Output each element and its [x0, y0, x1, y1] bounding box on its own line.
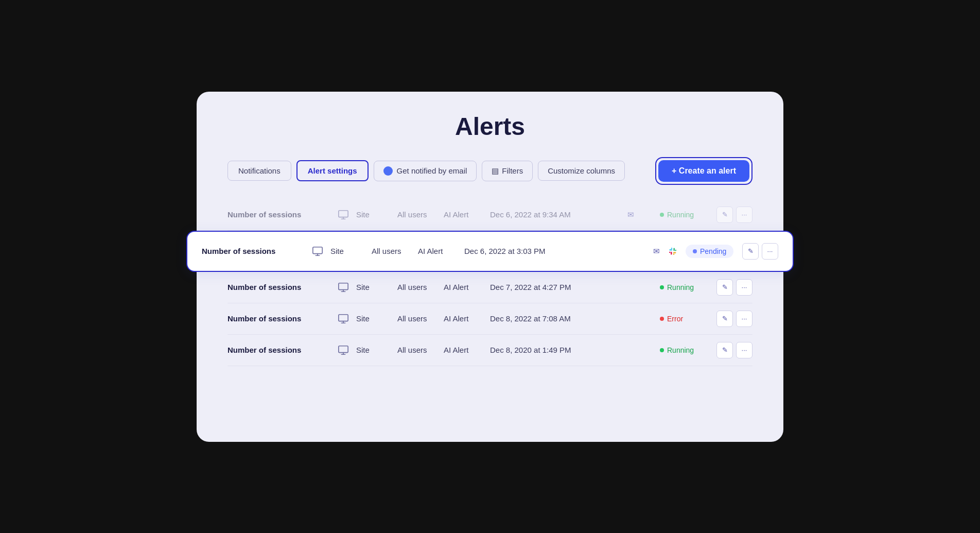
edit-button[interactable]: ✎ [716, 342, 733, 358]
status-label: Running [667, 283, 694, 291]
alert-name: Number of sessions [202, 247, 305, 255]
table-row: Number of sessions Site All users AI Ale… [227, 303, 752, 335]
svg-rect-3 [313, 247, 322, 253]
row-actions: ✎ ··· [716, 311, 752, 327]
toolbar: Notifications Alert settings Get notifie… [227, 157, 752, 185]
status-label: Running [667, 346, 694, 354]
tab-alert-settings[interactable]: Alert settings [296, 160, 369, 181]
alert-site: Site [356, 210, 397, 219]
status-container: Running [660, 283, 716, 291]
notification-icons: ✉ [624, 208, 660, 221]
page-title: Alerts [227, 112, 752, 141]
status-container: Pending [686, 245, 742, 258]
alert-date: Dec 6, 2022 at 9:34 AM [490, 210, 624, 219]
status-badge: Pending [686, 245, 733, 258]
status-label: Error [667, 315, 683, 323]
status-dot [660, 317, 664, 321]
status-container: Running [660, 346, 716, 354]
customize-columns-button[interactable]: Customize columns [538, 161, 625, 181]
row-actions: ✎ ··· [742, 243, 778, 260]
table-row: Number of sessions Site All users AI Ale… [227, 272, 752, 303]
alerts-table: Number of sessions Site All users AI Ale… [227, 199, 752, 366]
svg-rect-13 [339, 346, 348, 352]
alert-site: Site [330, 247, 372, 255]
alert-users: All users [397, 314, 444, 323]
edit-button[interactable]: ✎ [716, 207, 733, 223]
alert-date: Dec 8, 2022 at 7:08 AM [490, 314, 624, 323]
alert-name: Number of sessions [227, 346, 330, 354]
main-card: Alerts Notifications Alert settings Get … [197, 92, 783, 442]
monitor-icon [330, 345, 356, 356]
monitor-icon [330, 209, 356, 220]
svg-rect-0 [339, 210, 348, 217]
more-button[interactable]: ··· [762, 243, 778, 260]
alert-type: AI Alert [444, 346, 490, 354]
edit-button[interactable]: ✎ [742, 243, 759, 260]
slack-icon [666, 245, 679, 258]
alert-name: Number of sessions [227, 210, 330, 219]
email-toggle-label: Get notified by email [397, 166, 467, 175]
monitor-icon [330, 313, 356, 324]
status-container: Error [660, 315, 716, 323]
table-row: Number of sessions Site All users AI Ale… [227, 199, 752, 231]
table-row: Number of sessions Site All users AI Ale… [186, 231, 794, 272]
toggle-dot [383, 166, 393, 176]
create-alert-label: + Create an alert [672, 166, 736, 176]
edit-button[interactable]: ✎ [716, 279, 733, 296]
customize-label: Customize columns [548, 166, 615, 175]
alert-date: Dec 8, 2020 at 1:49 PM [490, 346, 624, 354]
tab-notifications[interactable]: Notifications [227, 161, 291, 181]
alert-type: AI Alert [444, 314, 490, 323]
more-button[interactable]: ··· [736, 342, 752, 358]
filter-icon: ▤ [492, 166, 499, 176]
alert-date: Dec 7, 2022 at 4:27 PM [490, 283, 624, 291]
row-actions: ✎ ··· [716, 207, 752, 223]
status-dot [660, 213, 664, 217]
status-dot [693, 249, 697, 253]
alert-site: Site [356, 283, 397, 291]
create-alert-wrapper: + Create an alert [655, 157, 752, 185]
notification-icons: ✉ [650, 245, 686, 258]
monitor-icon [330, 282, 356, 293]
table-row: Number of sessions Site All users AI Ale… [227, 335, 752, 366]
filters-button[interactable]: ▤ Filters [482, 161, 533, 181]
status-label: Pending [700, 247, 726, 255]
more-button[interactable]: ··· [736, 279, 752, 296]
alert-users: All users [397, 346, 444, 354]
status-dot [660, 285, 664, 289]
alert-type: AI Alert [418, 247, 464, 255]
svg-rect-7 [339, 283, 348, 289]
status-dot [660, 348, 664, 352]
row-actions: ✎ ··· [716, 279, 752, 296]
alert-users: All users [372, 247, 418, 255]
alert-site: Site [356, 346, 397, 354]
alert-name: Number of sessions [227, 283, 330, 291]
row-actions: ✎ ··· [716, 342, 752, 358]
svg-rect-10 [339, 314, 348, 321]
status-label: Running [667, 211, 694, 219]
alert-users: All users [397, 210, 444, 219]
more-button[interactable]: ··· [736, 311, 752, 327]
alert-type: AI Alert [444, 283, 490, 291]
alert-site: Site [356, 314, 397, 323]
monitor-icon [305, 246, 330, 257]
edit-button[interactable]: ✎ [716, 311, 733, 327]
email-icon: ✉ [650, 245, 663, 258]
alert-type: AI Alert [444, 210, 490, 219]
filters-label: Filters [502, 166, 523, 175]
create-alert-button[interactable]: + Create an alert [658, 160, 749, 182]
email-toggle-button[interactable]: Get notified by email [374, 161, 477, 181]
alert-name: Number of sessions [227, 314, 330, 323]
alert-date: Dec 6, 2022 at 3:03 PM [464, 247, 650, 255]
email-icon: ✉ [624, 208, 637, 221]
svg-rect-6 [669, 247, 677, 255]
status-container: Running [660, 211, 716, 219]
more-button[interactable]: ··· [736, 207, 752, 223]
alert-users: All users [397, 283, 444, 291]
